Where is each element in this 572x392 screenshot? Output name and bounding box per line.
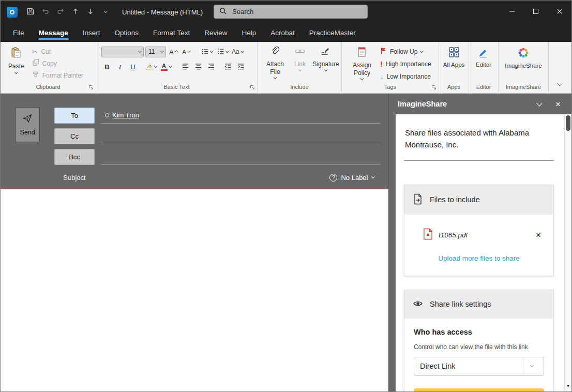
- pane-description: Share files associated with Alabama Mont…: [404, 123, 554, 161]
- chevron-down-icon: [14, 70, 18, 73]
- quick-access-customize-button[interactable]: [99, 5, 112, 19]
- editor-button[interactable]: Editor: [473, 46, 494, 83]
- maximize-button[interactable]: [524, 1, 548, 23]
- scrollbar-thumb[interactable]: [566, 115, 570, 131]
- pane-scrollbar[interactable]: ▼: [564, 114, 571, 391]
- link-icon: [295, 46, 305, 59]
- recipient-chip[interactable]: Kim Tron: [112, 111, 139, 119]
- chevron-down-icon: [160, 49, 163, 52]
- underline-icon: U: [130, 64, 135, 70]
- font-name-combo[interactable]: [101, 47, 144, 57]
- remove-file-button[interactable]: ×: [533, 230, 544, 240]
- tab-insert[interactable]: Insert: [76, 23, 108, 42]
- underline-button[interactable]: U: [127, 61, 139, 72]
- ribbon-collapse-button[interactable]: [555, 78, 565, 87]
- low-importance-icon: ↓: [380, 73, 384, 80]
- share-card-body: Who has access Control who can view the …: [404, 319, 553, 392]
- font-size-combo[interactable]: 11: [145, 47, 166, 57]
- bold-button[interactable]: B: [101, 61, 113, 72]
- grow-font-button[interactable]: A: [168, 46, 179, 57]
- shrink-font-button[interactable]: A: [180, 46, 192, 57]
- clipboard-dialog-launcher[interactable]: [88, 85, 94, 90]
- assign-policy-button[interactable]: Assign Policy: [347, 46, 377, 83]
- tab-review[interactable]: Review: [197, 23, 234, 42]
- close-button[interactable]: [548, 1, 571, 23]
- tab-acrobat[interactable]: Acrobat: [263, 23, 302, 42]
- subject-row: Subject ? No Label: [54, 167, 380, 188]
- scrollbar-down-button[interactable]: ▼: [565, 381, 571, 390]
- italic-button[interactable]: I: [114, 61, 126, 72]
- attach-file-button[interactable]: Attach File: [263, 46, 288, 83]
- bcc-button[interactable]: Bcc: [54, 149, 95, 165]
- message-body[interactable]: [1, 189, 388, 391]
- font-color-icon: A: [161, 63, 168, 71]
- clipboard-group-label: Clipboard: [36, 84, 60, 90]
- all-apps-button[interactable]: All Apps: [441, 46, 468, 83]
- bcc-field[interactable]: [101, 149, 380, 165]
- access-select[interactable]: Direct Link: [414, 357, 544, 376]
- align-right-button[interactable]: [205, 61, 217, 72]
- undo-button[interactable]: [39, 5, 52, 19]
- cut-button[interactable]: ✂ Cut: [32, 47, 83, 56]
- basic-text-dialog-launcher[interactable]: [250, 85, 255, 90]
- copy-button[interactable]: Copy: [32, 58, 83, 68]
- link-button[interactable]: Link: [289, 46, 311, 83]
- imagineshare-ribbon-button[interactable]: ImagineShare: [502, 46, 545, 83]
- tab-file[interactable]: File: [6, 23, 32, 42]
- outlook-message-window: Untitled - Message (HTML) File Message I…: [0, 0, 572, 392]
- compose-area: Send To Kim Tron Cc: [1, 94, 388, 391]
- nav-down-button[interactable]: [84, 5, 97, 19]
- paste-button[interactable]: Paste: [6, 46, 27, 83]
- signature-button[interactable]: Signature: [312, 46, 339, 83]
- font-size-value: 11: [148, 48, 155, 55]
- outlook-logo-ring: [10, 10, 14, 14]
- pane-close-button[interactable]: ×: [551, 97, 565, 111]
- align-center-button[interactable]: [192, 61, 204, 72]
- shrink-font-icon: A: [183, 49, 186, 55]
- label-dropdown[interactable]: ? No Label: [326, 173, 377, 182]
- increase-indent-button[interactable]: [235, 61, 246, 72]
- to-field[interactable]: Kim Tron: [101, 108, 380, 124]
- pane-content: Share files associated with Alabama Mont…: [396, 114, 564, 391]
- follow-up-button[interactable]: Follow Up: [380, 47, 431, 56]
- low-importance-button[interactable]: ↓ Low Importance: [380, 71, 431, 81]
- nav-up-button[interactable]: [69, 5, 82, 19]
- minimize-button[interactable]: [500, 1, 524, 23]
- highlight-button[interactable]: [145, 61, 158, 72]
- tab-message[interactable]: Message: [32, 23, 76, 42]
- subject-field[interactable]: ? No Label: [101, 170, 380, 186]
- redo-button[interactable]: [54, 5, 67, 19]
- tab-format-text[interactable]: Format Text: [146, 23, 197, 42]
- tab-practicemaster[interactable]: PracticeMaster: [302, 23, 363, 42]
- high-importance-button[interactable]: ! High Importance: [380, 59, 431, 69]
- cc-button[interactable]: Cc: [54, 128, 95, 144]
- cc-field[interactable]: [101, 128, 380, 144]
- pane-collapse-button[interactable]: [532, 97, 547, 111]
- tab-options[interactable]: Options: [108, 23, 146, 42]
- font-color-button[interactable]: A: [160, 61, 173, 72]
- send-icon: [22, 113, 33, 125]
- format-painter-label: Format Painter: [42, 72, 83, 79]
- search-box[interactable]: [214, 5, 368, 19]
- to-button[interactable]: To: [54, 108, 95, 124]
- high-importance-label: High Importance: [386, 61, 431, 68]
- attach-file-icon: [270, 46, 280, 59]
- upload-more-link[interactable]: Upload more files to share: [404, 245, 553, 276]
- search-input[interactable]: [231, 7, 362, 16]
- decrease-indent-button[interactable]: [222, 61, 233, 72]
- numbering-button[interactable]: [216, 46, 230, 57]
- tab-help[interactable]: Help: [234, 23, 263, 42]
- apps-group-label: Apps: [447, 84, 460, 90]
- pane-title: ImagineShare: [398, 100, 528, 108]
- tags-dialog-launcher[interactable]: [431, 85, 436, 90]
- decrease-indent-icon: [224, 63, 232, 71]
- minimize-icon: [509, 8, 515, 16]
- change-case-button[interactable]: Aa: [231, 46, 244, 57]
- bullets-button[interactable]: [200, 46, 214, 57]
- save-button[interactable]: [24, 5, 37, 19]
- send-button[interactable]: Send: [15, 107, 40, 142]
- attach-file-label: Attach File: [266, 61, 284, 76]
- align-left-button[interactable]: [179, 61, 191, 72]
- format-painter-button[interactable]: Format Painter: [32, 70, 83, 80]
- imagineshare-pane: ImagineShare × Share files associated wi…: [388, 94, 571, 391]
